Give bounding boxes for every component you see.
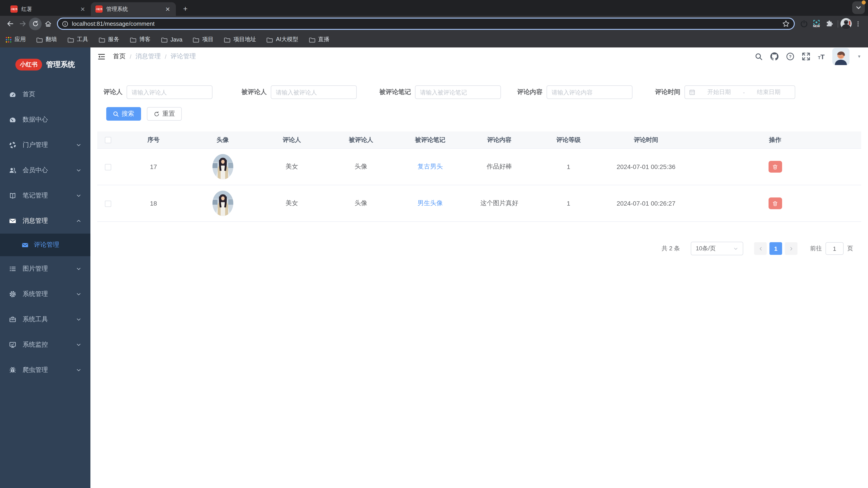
header-search-button[interactable] — [755, 53, 763, 60]
commenter-input[interactable] — [127, 86, 213, 99]
commented-input[interactable] — [271, 86, 357, 99]
bookmark-folder-fuwu[interactable]: 服务 — [98, 36, 119, 43]
cell-note-link[interactable]: 复古男头 — [396, 163, 465, 171]
mail-icon — [9, 217, 16, 225]
bookmark-apps[interactable]: 应用 — [5, 36, 26, 43]
sidebar-item-crawler[interactable]: 爬虫管理 — [0, 357, 90, 383]
life-ring-icon — [9, 141, 16, 149]
sidebar-collapse-button[interactable] — [97, 52, 106, 61]
bookmark-folder-zhibo[interactable]: 直播 — [309, 36, 329, 43]
action-buttons: 搜索 重置 — [97, 107, 861, 121]
content-input[interactable] — [547, 86, 632, 99]
font-size-button[interactable]: TT — [818, 53, 825, 60]
column-header-seq: 序号 — [119, 136, 188, 144]
bookmark-star-icon[interactable] — [782, 20, 790, 28]
browser-menu-button[interactable] — [852, 18, 864, 30]
breadcrumb-home[interactable]: 首页 — [113, 53, 126, 61]
row-checkbox[interactable] — [105, 201, 111, 207]
question-icon: ? — [786, 53, 795, 61]
help-button[interactable]: ? — [786, 53, 795, 61]
sidebar-item-images[interactable]: 图片管理 — [0, 256, 90, 282]
avatar-caret-icon[interactable]: ▼ — [857, 54, 861, 59]
user-avatar[interactable] — [832, 48, 849, 65]
folder-icon — [130, 36, 136, 43]
home-button[interactable] — [41, 18, 54, 30]
screenshot-extension-button[interactable]: NEW — [810, 20, 823, 28]
filter-label: 评论时间 — [655, 88, 680, 96]
power-extension-button[interactable] — [798, 18, 810, 30]
kebab-menu-icon — [855, 21, 861, 27]
new-tab-button[interactable]: + — [180, 3, 191, 15]
sidebar-item-notes[interactable]: 笔记管理 — [0, 183, 90, 208]
sidebar-item-system-tools[interactable]: 系统工具 — [0, 307, 90, 332]
filter-label: 评论内容 — [517, 88, 542, 96]
close-tab-icon[interactable]: ✕ — [79, 5, 86, 13]
extensions-button[interactable] — [823, 18, 835, 30]
start-date-placeholder[interactable]: 开始日期 — [697, 88, 741, 96]
sidebar-item-system-monitor[interactable]: 系统监控 — [0, 332, 90, 357]
sidebar-item-messages[interactable]: 消息管理 — [0, 208, 90, 234]
bookmark-folder-xiangmudizhi[interactable]: 项目地址 — [224, 36, 256, 43]
filter-content: 评论内容 — [517, 86, 632, 99]
search-button[interactable]: 搜索 — [106, 107, 141, 121]
commenter-avatar-photo[interactable] — [212, 191, 233, 216]
cell-seq: 17 — [119, 163, 188, 170]
prev-page-button[interactable] — [754, 242, 767, 255]
close-tab-icon[interactable]: ✕ — [164, 5, 171, 13]
filter-label: 评论人 — [103, 88, 123, 96]
delete-button[interactable] — [768, 161, 782, 173]
bookmark-folder-java[interactable]: Java — [161, 36, 182, 43]
toolbar-divider — [838, 20, 838, 27]
tab-hongshu[interactable]: 小红书 红薯 ✕ — [6, 2, 91, 16]
tab-admin-system[interactable]: 小红书 管理系统 ✕ — [91, 2, 176, 16]
commenter-avatar-photo[interactable] — [212, 154, 233, 180]
reset-button[interactable]: 重置 — [147, 107, 182, 121]
url-text: localhost:81/message/comment — [72, 20, 778, 27]
list-icon — [9, 265, 16, 272]
page-number-active[interactable]: 1 — [770, 242, 782, 255]
page-info-icon[interactable] — [62, 21, 68, 27]
bookmark-folder-fanqiang[interactable]: 翻墙 — [36, 36, 57, 43]
tab-title: 红薯 — [21, 5, 75, 13]
bookmark-folder-gongju[interactable]: 工具 — [67, 36, 88, 43]
sidebar-subitem-comment-management-active[interactable]: 评论管理 — [0, 234, 90, 256]
sidebar-item-members[interactable]: 会员中心 — [0, 158, 90, 183]
cell-note-link[interactable]: 男生头像 — [396, 199, 465, 207]
sidebar-item-data-center[interactable]: 数据中心 — [0, 107, 90, 132]
refresh-icon — [154, 111, 160, 117]
bookmark-folder-boke[interactable]: 博客 — [130, 36, 151, 43]
reload-button[interactable] — [29, 18, 41, 30]
breadcrumb-separator: / — [165, 53, 166, 60]
folder-icon — [161, 36, 168, 43]
bookmark-folder-xiangmu[interactable]: 项目 — [193, 36, 214, 43]
sidebar-item-home[interactable]: 首页 — [0, 82, 90, 107]
note-input[interactable] — [415, 86, 501, 99]
bookmark-folder-ai-damoxing[interactable]: AI大模型 — [267, 36, 298, 43]
tab-search-button[interactable] — [852, 1, 865, 14]
fullscreen-button[interactable] — [802, 53, 810, 61]
row-checkbox[interactable] — [105, 164, 111, 170]
select-all-checkbox[interactable] — [105, 137, 111, 143]
delete-button[interactable] — [768, 197, 782, 209]
forward-button[interactable] — [16, 18, 29, 30]
xiaohongshu-favicon: 小红书 — [95, 5, 103, 13]
notification-dot — [862, 0, 866, 4]
cell-level: 1 — [534, 163, 603, 170]
bookmark-label: Java — [170, 36, 182, 43]
github-link-button[interactable] — [771, 53, 779, 61]
sidebar-item-label: 门户管理 — [23, 141, 48, 149]
next-page-button[interactable] — [785, 242, 798, 255]
end-date-placeholder[interactable]: 结束日期 — [747, 88, 791, 96]
browser-profile-avatar[interactable] — [840, 18, 852, 29]
power-icon — [800, 20, 808, 28]
date-range-picker[interactable]: 开始日期 - 结束日期 — [684, 86, 795, 99]
cell-avatar — [188, 191, 257, 216]
address-bar[interactable]: localhost:81/message/comment — [57, 18, 795, 30]
sidebar-item-system-management[interactable]: 系统管理 — [0, 282, 90, 307]
back-button[interactable] — [4, 18, 16, 30]
sidebar-item-portal[interactable]: 门户管理 — [0, 132, 90, 158]
breadcrumb-comment-management: 评论管理 — [170, 53, 196, 61]
tab-strip: 小红书 红薯 ✕ 小红书 管理系统 ✕ + — [0, 0, 868, 16]
page-size-select[interactable]: 10条/页 — [691, 242, 743, 255]
goto-page-input[interactable] — [826, 242, 844, 255]
